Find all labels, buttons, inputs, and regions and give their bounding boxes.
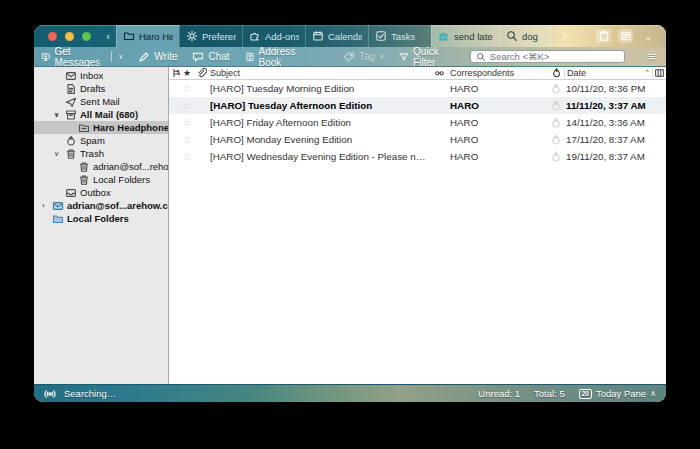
subject-column-header[interactable]: Subject xyxy=(208,67,430,79)
quick-filter-button[interactable]: Quick Filter xyxy=(399,46,455,68)
thread-column-header[interactable] xyxy=(169,67,180,79)
gear-icon xyxy=(186,30,198,42)
folder-item-outbox[interactable]: Outbox xyxy=(34,186,168,199)
message-subject: [HARO] Friday Afternoon Edition xyxy=(208,117,430,128)
zoom-button[interactable] xyxy=(82,32,91,41)
folder-item-local-folders[interactable]: Local Folders xyxy=(34,212,168,225)
message-list-pane: ★ Subject Correspondents Date ⌃ ☆[HARO] … xyxy=(169,67,666,384)
junk-toggle[interactable] xyxy=(548,151,564,163)
magnifier-icon xyxy=(476,51,486,63)
folder-item-trash[interactable]: ∨Trash xyxy=(34,147,168,160)
write-button[interactable]: Write xyxy=(138,51,177,63)
star-icon[interactable]: ☆ xyxy=(180,83,194,94)
get-messages-button[interactable]: Get Messages ∨ xyxy=(41,46,123,68)
today-pane-button[interactable]: 20 Today Pane ∧ xyxy=(579,388,656,399)
read-column-header[interactable] xyxy=(430,67,448,79)
quick-filter-label: Quick Filter xyxy=(413,46,455,68)
puzzle-icon xyxy=(249,30,261,42)
chevron-down-icon[interactable]: ∨ xyxy=(118,53,123,60)
tag-button[interactable]: Tag ∨ xyxy=(343,51,384,63)
twisty-icon[interactable]: › xyxy=(38,202,49,209)
attachment-column-header[interactable] xyxy=(194,67,208,79)
status-right: Unread: 1 Total: 5 20 Today Pane ∧ xyxy=(478,388,656,399)
folder-item-local-folders[interactable]: Local Folders xyxy=(34,173,168,186)
message-row[interactable]: ☆[HARO] Monday Evening EditionHARO17/11/… xyxy=(169,131,666,148)
folder-label: adrian@sof...arehow.com xyxy=(67,200,168,211)
search-input[interactable] xyxy=(490,51,620,62)
outbox-icon xyxy=(65,187,77,199)
get-messages-label: Get Messages xyxy=(54,46,105,68)
address-book-button[interactable]: Address Book xyxy=(245,46,310,68)
folder-label: Haro Headphones (1) xyxy=(93,122,168,133)
message-date: 19/11/20, 8:37 AM xyxy=(564,151,652,162)
star-column-header[interactable]: ★ xyxy=(180,67,194,79)
message-row[interactable]: ☆[HARO] Friday Afternoon EditionHARO14/1… xyxy=(169,114,666,131)
junk-toggle[interactable] xyxy=(548,83,564,95)
twisty-icon[interactable]: ∨ xyxy=(51,111,62,119)
tab-haro-head[interactable]: Haro Head xyxy=(116,25,179,47)
chat-button[interactable]: Chat xyxy=(192,51,229,63)
message-row[interactable]: ☆[HARO] Wednesday Evening Edition - Plea… xyxy=(169,148,666,165)
date-column-header[interactable]: Date ⌃ xyxy=(564,67,652,79)
list-window-icon[interactable] xyxy=(618,29,633,43)
tag-label: Tag xyxy=(359,51,375,62)
folder-blue-icon xyxy=(52,213,64,225)
total-count: Total: 5 xyxy=(534,388,565,399)
tab-add-ons-m[interactable]: Add-ons M xyxy=(242,25,305,47)
tab-tasks[interactable]: Tasks xyxy=(368,25,431,47)
subject-header-label: Subject xyxy=(210,68,240,78)
flame-icon xyxy=(550,83,562,95)
folder-item-sent-mail[interactable]: Sent Mail xyxy=(34,95,168,108)
message-row[interactable]: ☆[HARO] Tuesday Afternoon EditionHARO11/… xyxy=(169,97,666,114)
junk-toggle[interactable] xyxy=(548,117,564,129)
magnifier-icon xyxy=(506,30,518,42)
junk-toggle[interactable] xyxy=(548,134,564,146)
trash-icon xyxy=(65,148,77,160)
trash-icon xyxy=(78,174,90,186)
minimize-button[interactable] xyxy=(65,32,74,41)
folder-label: Trash xyxy=(80,148,104,159)
tab-overflow-button[interactable]: › xyxy=(557,25,573,47)
close-button[interactable] xyxy=(48,32,57,41)
star-icon[interactable]: ☆ xyxy=(180,134,194,145)
tab-bar: ‹ Haro HeadPreferenceAdd-ons MCalendarTa… xyxy=(34,25,666,47)
star-icon[interactable]: ☆ xyxy=(180,117,194,128)
tab-label: dog xyxy=(522,31,538,42)
list-all-tabs-button[interactable]: ⌄ xyxy=(640,30,656,43)
folder-item-spam[interactable]: Spam xyxy=(34,134,168,147)
tab-preference[interactable]: Preference xyxy=(179,25,242,47)
chevron-up-icon: ∧ xyxy=(650,389,656,398)
star-icon[interactable]: ☆ xyxy=(180,100,194,111)
getmsg-icon xyxy=(41,51,50,63)
tab-dog[interactable]: dog xyxy=(499,25,551,47)
star-icon[interactable]: ☆ xyxy=(180,151,194,162)
back-button[interactable]: ‹ xyxy=(100,25,116,47)
tab-calendar[interactable]: Calendar xyxy=(305,25,368,47)
folder-item-adrian-sof-rehow-com[interactable]: adrian@sof...rehow.com xyxy=(34,160,168,173)
folder-item-inbox[interactable]: Inbox xyxy=(34,69,168,82)
message-correspondent: HARO xyxy=(448,134,548,145)
tab-send-later[interactable]: send later xyxy=(431,25,499,47)
folder-item-drafts[interactable]: Drafts xyxy=(34,82,168,95)
folder-label: Drafts xyxy=(80,83,105,94)
clipboard-icon[interactable] xyxy=(596,29,611,43)
chevron-down-icon: ∨ xyxy=(379,53,384,60)
app-menu-button[interactable]: ≡ xyxy=(648,50,656,63)
column-picker-button[interactable] xyxy=(652,67,666,79)
folder-item-haro-headphones-1-[interactable]: Haro Headphones (1) xyxy=(34,121,168,134)
junk-column-header[interactable] xyxy=(548,67,564,79)
message-date: 17/11/20, 8:37 AM xyxy=(564,134,652,145)
twisty-icon[interactable]: ∨ xyxy=(51,150,62,158)
junk-toggle[interactable] xyxy=(548,100,564,112)
folder-item-adrian-sof-arehow-com[interactable]: ›adrian@sof...arehow.com xyxy=(34,199,168,212)
mail-toolbar: Get Messages ∨ Write Chat Address Book T… xyxy=(34,47,666,67)
correspondents-column-header[interactable]: Correspondents xyxy=(448,67,548,79)
folder-item-all-mail-680-[interactable]: ∨All Mail (680) xyxy=(34,108,168,121)
folder-label: Local Folders xyxy=(67,213,129,224)
search-box[interactable] xyxy=(470,50,626,63)
flame-icon xyxy=(551,67,562,79)
tab-label: send later xyxy=(454,31,493,42)
unread-count: Unread: 1 xyxy=(478,388,520,399)
folder-label: Spam xyxy=(80,135,105,146)
message-row[interactable]: ☆[HARO] Tuesday Morning EditionHARO10/11… xyxy=(169,80,666,97)
